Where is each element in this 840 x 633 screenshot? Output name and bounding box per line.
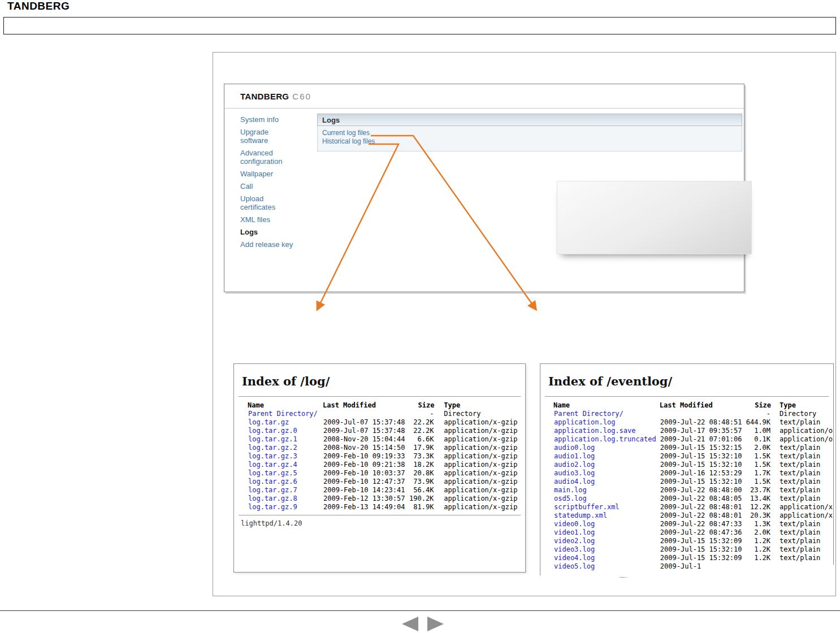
cell-size: 1.2K: [746, 545, 771, 554]
column-header-name: Name: [248, 401, 323, 410]
cell-mod: 2008-Nov-20 15:14:50: [323, 444, 409, 452]
sidebar-item-call[interactable]: Call: [240, 182, 297, 190]
file-link-video4-log[interactable]: video4.log: [554, 554, 595, 562]
file-link-scriptbuffer-xml[interactable]: scriptbuffer.xml: [554, 503, 620, 511]
cell-type: application/x: [771, 511, 833, 520]
cell-mod: 2009-Feb-13 14:49:04: [323, 503, 409, 511]
link-current-log-files[interactable]: Current log files: [322, 129, 737, 137]
file-link-video0-log[interactable]: video0.log: [554, 520, 595, 528]
file-link-audio2-log[interactable]: audio2.log: [554, 461, 595, 469]
listing-row: log.tar.gz.62009-Feb-10 12:47:3773.9Kapp…: [248, 478, 518, 486]
listing-row: application.log.truncated2009-Jul-21 07:…: [553, 435, 833, 444]
sidebar: System infoUpgrade softwareAdvanced conf…: [240, 115, 297, 253]
file-link-application-log-truncated[interactable]: application.log.truncated: [554, 435, 656, 443]
next-page-arrow-icon[interactable]: [427, 617, 444, 631]
cell-mod: 2009-Jul-22 08:47:33: [660, 520, 746, 528]
listing-row: audio0.log2009-Jul-15 15:32:152.0Ktext/p…: [553, 444, 833, 452]
cell-type: application/o: [771, 427, 833, 435]
file-link-log-tar-gz-6[interactable]: log.tar.gz.6: [248, 478, 297, 485]
listing-row: main.log2009-Jul-22 08:48:0023.7Ktext/pl…: [553, 486, 833, 495]
file-link-audio0-log[interactable]: audio0.log: [554, 444, 595, 452]
cell-mod: 2009-Feb-12 13:30:57: [323, 495, 409, 503]
cell-type: text/plain: [771, 418, 833, 427]
file-link-application-log-save[interactable]: application.log.save: [554, 427, 636, 435]
file-link-video1-log[interactable]: video1.log: [554, 528, 595, 536]
callout-note: [557, 181, 752, 254]
file-link-video2-log[interactable]: video2.log: [554, 537, 595, 545]
cell-mod: 2009-Jul-22 08:48:00: [660, 486, 746, 495]
column-header-name: Name: [553, 401, 660, 410]
file-link-log-tar-gz-2[interactable]: log.tar.gz.2: [248, 444, 297, 452]
sidebar-item-logs[interactable]: Logs: [240, 228, 297, 236]
file-link-parent-directory[interactable]: Parent Directory/: [554, 410, 623, 418]
cell-size: 0.1K: [746, 435, 771, 444]
eventlog-directory-listing: Index of /eventlog/ NameLast ModifiedSiz…: [540, 363, 834, 578]
cell-mod: 2009-Jul-22 08:48:05: [660, 495, 746, 503]
cell-mod: 2009-Jul-15 15:32:15: [660, 444, 746, 452]
log-listing-title: Index of /log/: [234, 364, 525, 396]
file-link-log-tar-gz-4[interactable]: log.tar.gz.4: [248, 461, 297, 469]
cell-size: 20.8K: [409, 469, 434, 478]
file-link-log-tar-gz-0[interactable]: log.tar.gz.0: [248, 427, 297, 435]
sidebar-item-upgrade-software[interactable]: Upgrade software: [240, 128, 297, 145]
cell-mod: 2009-Feb-10 09:21:38: [323, 461, 409, 469]
cell-type: application/x-gzip: [434, 495, 518, 503]
file-link-audio4-log[interactable]: audio4.log: [554, 478, 595, 485]
file-link-log-tar-gz-8[interactable]: log.tar.gz.8: [248, 495, 297, 502]
c60-header: TANDBERGC60: [224, 84, 744, 109]
listing-row: application.log2009-Jul-22 08:48:51644.9…: [553, 418, 833, 427]
column-header-type: Type: [434, 401, 518, 410]
file-link-application-log[interactable]: application.log: [554, 418, 615, 426]
sidebar-item-wallpaper[interactable]: Wallpaper: [240, 170, 297, 178]
file-link-osd5-log[interactable]: osd5.log: [554, 495, 587, 502]
listing-row: log.tar.gz.02009-Jul-07 15:37:4822.2Kapp…: [248, 427, 518, 435]
cell-type: text/plain: [771, 452, 833, 461]
cell-type: application/x-gzip: [434, 435, 518, 444]
eventlog-listing-title: Index of /eventlog/: [540, 364, 833, 396]
cell-mod: [323, 410, 409, 418]
file-link-parent-directory[interactable]: Parent Directory/: [248, 410, 318, 418]
cell-type: Directory: [771, 410, 833, 418]
file-link-log-tar-gz[interactable]: log.tar.gz: [248, 418, 289, 426]
cell-size: 2.0K: [746, 528, 771, 537]
listing-row: statedump.xml2009-Jul-22 08:48:0120.3Kap…: [553, 511, 833, 520]
file-link-main-log[interactable]: main.log: [554, 486, 587, 494]
sidebar-item-advanced-configuration[interactable]: Advanced configuration: [240, 149, 297, 166]
cell-mod: 2009-Feb-10 14:23:41: [323, 486, 409, 495]
link-historical-log-files[interactable]: Historical log files: [322, 137, 737, 146]
cell-type: text/plain: [771, 537, 833, 545]
file-link-log-tar-gz-9[interactable]: log.tar.gz.9: [248, 503, 297, 511]
listing-row: log.tar.gz.72009-Feb-10 14:23:4156.4Kapp…: [248, 486, 518, 495]
page-title: Logs: [317, 114, 742, 126]
previous-page-arrow-icon[interactable]: [402, 617, 418, 631]
tandberg-logo: TANDBERG: [7, 0, 70, 12]
cell-size: 73.3K: [409, 452, 434, 461]
cell-mod: 2009-Jul-16 12:53:29: [660, 469, 746, 478]
sidebar-item-system-info[interactable]: System info: [240, 115, 297, 124]
listing-row: Parent Directory/-Directory: [553, 410, 833, 418]
cell-mod: [660, 410, 746, 418]
sidebar-item-add-release-key[interactable]: Add release key: [240, 240, 297, 249]
file-link-log-tar-gz-1[interactable]: log.tar.gz.1: [248, 435, 297, 443]
cell-size: 56.4K: [409, 486, 434, 495]
cell-size: 18.2K: [409, 461, 434, 469]
cell-size: 20.3K: [746, 511, 771, 520]
file-link-audio3-log[interactable]: audio3.log: [554, 469, 595, 477]
file-link-audio1-log[interactable]: audio1.log: [554, 452, 595, 460]
eventlog-listing-table: NameLast ModifiedSizeType Parent Directo…: [553, 401, 833, 571]
cell-type: application/x-gzip: [434, 452, 518, 461]
file-link-log-tar-gz-3[interactable]: log.tar.gz.3: [248, 452, 297, 460]
listing-row: log.tar.gz.92009-Feb-13 14:49:0481.9Kapp…: [248, 503, 518, 511]
file-link-log-tar-gz-5[interactable]: log.tar.gz.5: [248, 469, 297, 477]
cell-size: 1.5K: [746, 452, 771, 461]
sidebar-item-xml-files[interactable]: XML files: [240, 215, 297, 224]
cell-size: 1.7K: [746, 469, 771, 478]
cell-size: 12.2K: [746, 503, 771, 511]
file-link-log-tar-gz-7[interactable]: log.tar.gz.7: [248, 486, 297, 494]
file-link-video3-log[interactable]: video3.log: [554, 545, 595, 553]
file-link-statedump-xml[interactable]: statedump.xml: [554, 511, 607, 519]
file-link-video5-log[interactable]: video5.log: [554, 562, 595, 570]
cell-mod: 2009-Jul-17 09:35:57: [660, 427, 746, 435]
sidebar-item-upload-certificates[interactable]: Upload certificates: [240, 194, 297, 211]
cell-type: Directory: [434, 410, 518, 418]
